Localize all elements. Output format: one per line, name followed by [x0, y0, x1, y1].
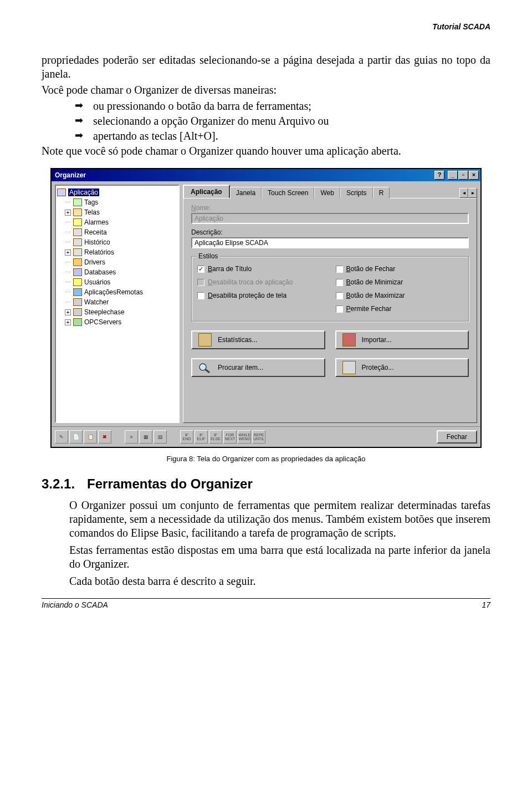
script-toolbar-button[interactable]: IFELIF — [195, 430, 208, 444]
toolbar-button[interactable]: 📄 — [69, 430, 83, 444]
tab-r[interactable]: R — [373, 187, 390, 198]
tree-pane[interactable]: Aplicação⋯Tags+Telas⋯Alarmes⋯Receita⋯His… — [55, 185, 180, 423]
expand-icon[interactable]: + — [65, 319, 71, 325]
checkbox-row[interactable]: Botão de Fechar — [336, 262, 463, 276]
bullet-text: apertando as teclas [Alt+O]. — [93, 129, 218, 143]
checkbox[interactable] — [336, 266, 343, 273]
close-window-button[interactable]: × — [469, 171, 479, 180]
tab-scroll-right[interactable]: ▸ — [468, 188, 477, 198]
description-input[interactable]: Aplicação Elipse SCADA — [191, 237, 469, 248]
tree-label: OPCServers — [84, 318, 121, 326]
tree-label: Telas — [84, 208, 100, 216]
checkbox[interactable] — [336, 305, 343, 313]
section-heading: 3.2.1.Ferramentas do Organizer — [42, 476, 490, 492]
titlebar[interactable]: Organizer ? _ ▫ × — [52, 169, 480, 181]
tree-item[interactable]: Aplicação — [57, 187, 177, 197]
tree-item[interactable]: ⋯Watcher — [57, 297, 177, 307]
checkbox-row[interactable]: Permite Fechar — [336, 302, 463, 315]
import-button[interactable]: Importar... — [335, 330, 469, 349]
tree-label: Aplicação — [68, 188, 99, 196]
script-toolbar-button[interactable]: REPEUNTIL — [252, 430, 265, 444]
arrow-icon: ➡ — [75, 114, 83, 127]
tree-label: Receita — [84, 228, 107, 236]
script-toolbar-button[interactable]: WHILEWEND — [238, 430, 251, 444]
toolbar-button[interactable]: ▦ — [139, 430, 152, 444]
expand-icon[interactable]: + — [65, 309, 71, 315]
tab-scripts[interactable]: Scripts — [340, 187, 373, 198]
tree-label: Alarmes — [84, 218, 109, 226]
import-icon — [342, 333, 356, 347]
checkbox-row[interactable]: Botão de Maximizar — [336, 289, 463, 302]
script-toolbar-button[interactable]: IFEND — [180, 430, 193, 444]
checkbox-row[interactable]: Botão de Minimizar — [336, 276, 463, 289]
fechar-button[interactable]: Fechar — [437, 430, 477, 444]
footer-page-number: 17 — [482, 600, 490, 609]
checkbox[interactable]: ✓ — [197, 266, 204, 273]
page-header-title: Tutorial SCADA — [42, 22, 490, 31]
find-button[interactable]: Procurar item... — [191, 358, 325, 377]
tree-item[interactable]: +Relatórios — [57, 247, 177, 257]
checkbox[interactable] — [336, 279, 343, 286]
recipe-icon — [73, 228, 82, 236]
tree-item[interactable]: ⋯Tags — [57, 197, 177, 207]
tab-web[interactable]: Web — [314, 187, 340, 198]
bottom-toolbar: ✎📄📋✖ ≡▦▤ IFENDIFELIFIFELSEFORNEXTWHILEWE… — [52, 426, 480, 447]
checkbox-label: Desabilita troca de aplicação — [208, 278, 293, 286]
tree-connector: ⋯ — [65, 269, 71, 276]
checkbox-row: Desabilita troca de aplicação — [197, 276, 325, 289]
watcher-icon — [73, 298, 82, 306]
db-icon — [73, 268, 82, 276]
expand-icon[interactable]: + — [65, 210, 71, 216]
magnify-icon — [197, 361, 213, 374]
svg-line-1 — [205, 369, 209, 373]
section-paragraph-1: O Organizer possui um conjunto de ferram… — [69, 498, 490, 540]
tree-item[interactable]: ⋯Alarmes — [57, 217, 177, 227]
section-paragraph-2: Estas ferramentas estão dispostas em uma… — [69, 543, 490, 571]
stats-button[interactable]: Estatísticas... — [191, 330, 325, 349]
help-button[interactable]: ? — [434, 171, 444, 180]
footer-left: Iniciando o SCADA — [42, 600, 108, 609]
tree-item[interactable]: ⋯Drivers — [57, 257, 177, 267]
tree-item[interactable]: ⋯Receita — [57, 227, 177, 237]
tree-connector: ⋯ — [65, 219, 71, 226]
drivers-icon — [73, 258, 82, 266]
checkbox-row[interactable]: ✓Barra de Título — [197, 262, 325, 276]
users-icon — [73, 278, 82, 286]
stats-icon — [198, 333, 212, 347]
toolbar-button[interactable]: ✎ — [55, 430, 68, 444]
bullet-item: ➡ou pressionando o botão da barra de fer… — [42, 99, 490, 113]
toolbar-button[interactable]: ≡ — [125, 430, 138, 444]
toolbar-button[interactable]: ✖ — [98, 430, 111, 444]
checkbox-label: Permite Fechar — [346, 305, 392, 313]
checkbox[interactable] — [336, 292, 343, 299]
tab-janela[interactable]: Janela — [230, 187, 262, 198]
script-toolbar-button[interactable]: FORNEXT — [223, 430, 237, 444]
checkbox[interactable] — [197, 292, 204, 299]
tab-aplicação[interactable]: Aplicação — [183, 185, 230, 198]
tree-item[interactable]: ⋯Usuários — [57, 277, 177, 287]
checkbox-label: Botão de Minimizar — [346, 278, 403, 286]
script-toolbar-button[interactable]: IFELSE — [209, 430, 222, 444]
toolbar-button[interactable]: ▤ — [154, 430, 167, 444]
tree-item[interactable]: ⋯Databases — [57, 267, 177, 277]
tree-item[interactable]: +OPCServers — [57, 317, 177, 327]
tab-panel-aplicacao: Nome: Aplicação Descrição: Aplicação Eli… — [183, 198, 477, 423]
toolbar-button[interactable]: 📋 — [84, 430, 97, 444]
tree-item[interactable]: ⋯Histórico — [57, 237, 177, 247]
tree-label: Relatórios — [84, 248, 114, 256]
checkbox-row[interactable]: Desabilita proteção de tela — [197, 289, 325, 302]
tree-label: Databases — [84, 268, 116, 276]
minimize-button[interactable]: _ — [448, 171, 458, 180]
protect-button[interactable]: Proteção... — [335, 358, 469, 377]
reports-icon — [73, 248, 82, 256]
tree-label: AplicaçõesRemotas — [84, 288, 143, 296]
maximize-button[interactable]: ▫ — [458, 171, 468, 180]
tab-touch-screen[interactable]: Touch Screen — [262, 187, 314, 198]
tab-scroll-left[interactable]: ◂ — [459, 188, 468, 198]
tree-item[interactable]: +Telas — [57, 207, 177, 217]
tree-item[interactable]: ⋯AplicaçõesRemotas — [57, 287, 177, 297]
tree-connector: ⋯ — [65, 279, 71, 286]
tree-item[interactable]: +Steeplechase — [57, 307, 177, 317]
tree-label: Tags — [84, 198, 98, 206]
expand-icon[interactable]: + — [65, 249, 71, 256]
